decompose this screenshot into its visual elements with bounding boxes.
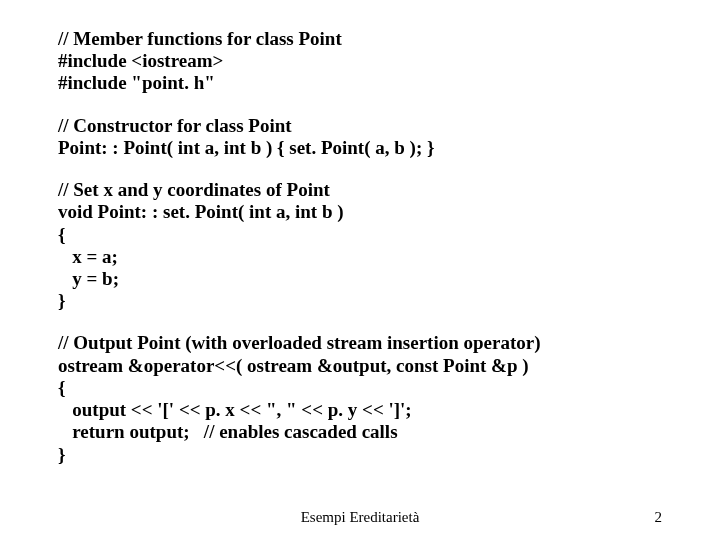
footer-title: Esempi Ereditarietà bbox=[0, 509, 720, 526]
code-block-4: // Output Point (with overloaded stream … bbox=[58, 332, 662, 465]
code-block-3: // Set x and y coordinates of Point void… bbox=[58, 179, 662, 312]
slide: // Member functions for class Point #inc… bbox=[0, 0, 720, 540]
page-number: 2 bbox=[655, 509, 663, 526]
code-block-2: // Constructor for class Point Point: : … bbox=[58, 115, 662, 159]
code-block-1: // Member functions for class Point #inc… bbox=[58, 28, 662, 95]
